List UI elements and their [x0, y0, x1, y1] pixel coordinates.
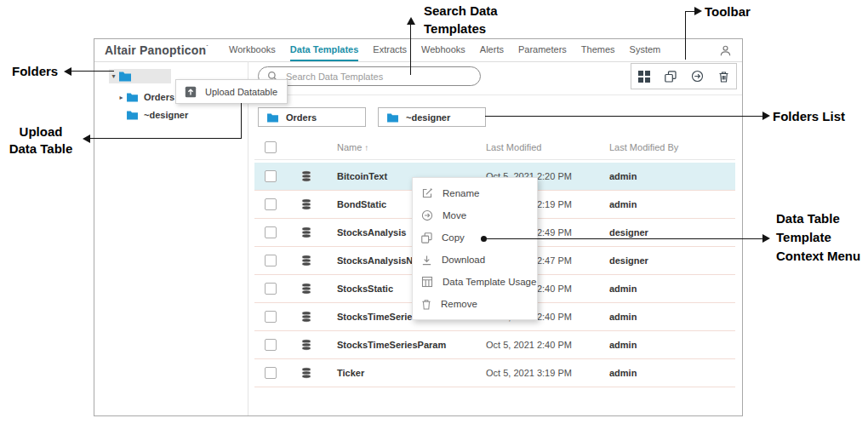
nav-themes[interactable]: Themes [581, 39, 615, 61]
menu-item-download[interactable]: Download [413, 249, 537, 271]
datatable-icon [301, 255, 311, 266]
caret-right-icon[interactable]: ▸ [117, 94, 126, 101]
row-checkbox[interactable] [265, 283, 277, 295]
datatable-icon [301, 227, 311, 238]
move-icon [421, 209, 433, 221]
rename-icon [421, 187, 433, 199]
sidebar-divider [248, 61, 248, 415]
row-checkbox[interactable] [265, 255, 277, 266]
sidebar-folder-root[interactable]: ▾ [109, 69, 171, 83]
table-row-ticker[interactable]: Ticker Oct 5, 2021 3:19 PM admin [254, 359, 735, 387]
folder-name[interactable]: Orders [144, 92, 174, 102]
delete-button[interactable] [718, 71, 729, 83]
row-name[interactable]: StocksAnalysis [337, 227, 406, 238]
upload-icon [185, 86, 197, 98]
trash-icon [718, 71, 729, 83]
datatable-icon [301, 368, 311, 379]
logo-trademark: ` [206, 43, 208, 51]
annotation-line [685, 11, 686, 60]
caret-down-icon[interactable]: ▾ [109, 72, 118, 80]
table-row-stockstimeseriesparam[interactable]: StocksTimeSeriesParam Oct 5, 2021 2:40 P… [254, 331, 735, 359]
upload-datatable-label: Upload Datatable [205, 87, 277, 97]
folder-icon [118, 71, 132, 82]
annotation-search-label: Search Data Templates [424, 2, 498, 37]
annotation-line [90, 138, 241, 139]
copy-icon [421, 232, 432, 244]
annotation-arrow-left-icon [83, 135, 90, 143]
copy-button[interactable] [665, 71, 677, 83]
row-last-modified-by: admin [609, 199, 637, 209]
column-last-modified[interactable]: Last Modified [486, 142, 541, 152]
search-box[interactable] [258, 66, 481, 86]
column-name-label: Name [337, 142, 362, 152]
menu-item-label: Data Template Usage [443, 277, 536, 287]
row-checkbox[interactable] [265, 198, 277, 210]
annotation-line [410, 25, 411, 75]
annotation-search-line1: Search Data [424, 2, 498, 20]
row-checkbox[interactable] [265, 367, 277, 379]
menu-item-copy[interactable]: Copy [413, 226, 537, 249]
menu-item-label: Remove [441, 299, 477, 309]
menu-item-rename[interactable]: Rename [413, 182, 537, 204]
datatable-icon [301, 199, 311, 210]
sidebar-folder-orders[interactable]: ▸ Orders [117, 90, 174, 104]
annotation-upload-line1: Upload [0, 123, 82, 140]
app-header: Altair Panopticon` Workbooks Data Templa… [94, 39, 742, 62]
menu-item-remove[interactable]: Remove [413, 293, 537, 315]
folder-chip-orders[interactable]: Orders [258, 107, 366, 127]
row-checkbox[interactable] [265, 226, 277, 238]
folder-chip-designer[interactable]: ~designer [378, 107, 486, 127]
row-checkbox[interactable] [265, 170, 277, 182]
annotation-toolbar-label: Toolbar [705, 4, 751, 19]
annotation-line [241, 103, 242, 139]
copy-icon [665, 71, 677, 83]
folder-icon [386, 112, 399, 123]
menu-item-move[interactable]: Move [413, 204, 537, 226]
context-menu: Rename Move Copy Download Data Template … [412, 177, 538, 320]
section-divider [248, 95, 742, 95]
row-checkbox[interactable] [265, 311, 277, 323]
annotation-upload-label: Upload Data Table [0, 123, 82, 158]
menu-item-data-template-usage[interactable]: Data Template Usage [413, 271, 537, 293]
table-header: Name↑ Last Modified Last Modified By [254, 135, 735, 160]
column-name[interactable]: Name↑ [337, 142, 368, 152]
nav-parameters[interactable]: Parameters [518, 39, 567, 61]
nav-extracts[interactable]: Extracts [373, 39, 407, 61]
annotation-arrow-right-icon [762, 234, 770, 243]
annotation-context-menu-label: Data Table Template Context Menu [776, 209, 860, 266]
menu-item-label: Move [443, 210, 466, 221]
annotation-arrow-left-icon [64, 67, 71, 76]
move-button[interactable] [691, 70, 704, 83]
row-name[interactable]: StocksStatic [337, 284, 393, 294]
app-window: Altair Panopticon` Workbooks Data Templa… [94, 38, 743, 416]
nav-data-templates[interactable]: Data Templates [290, 39, 359, 61]
move-icon [691, 70, 704, 83]
annotation-line [484, 238, 764, 239]
select-all-checkbox[interactable] [265, 141, 277, 153]
row-last-modified-by: admin [609, 284, 637, 294]
nav-system[interactable]: System [630, 39, 661, 61]
menu-item-label: Rename [443, 188, 479, 198]
row-name[interactable]: StocksTimeSeriesParam [337, 340, 446, 350]
annotation-folders-list-label: Folders List [773, 109, 845, 123]
logo-text: Altair Panopticon [105, 43, 206, 57]
usage-icon [421, 276, 433, 288]
grid-view-button[interactable] [638, 71, 650, 83]
user-icon[interactable] [719, 44, 732, 57]
row-name[interactable]: BitcoinText [337, 171, 387, 181]
nav-workbooks[interactable]: Workbooks [229, 39, 276, 61]
upload-datatable-menu-item[interactable]: Upload Datatable [175, 79, 288, 104]
row-name[interactable]: StocksTimeSeries [337, 312, 418, 322]
annotation-context-menu-line1: Data Table [776, 209, 860, 228]
toolbar [631, 63, 737, 89]
sidebar-folder-designer[interactable]: ~designer [117, 108, 188, 122]
row-name[interactable]: BondStatic [337, 199, 386, 209]
search-input[interactable] [284, 71, 480, 83]
folder-name[interactable]: ~designer [144, 110, 188, 120]
row-name[interactable]: Ticker [337, 368, 364, 378]
nav-webhooks[interactable]: Webhooks [421, 39, 465, 61]
row-checkbox[interactable] [265, 339, 277, 351]
nav-alerts[interactable]: Alerts [480, 39, 504, 61]
column-last-modified-by[interactable]: Last Modified By [609, 142, 678, 152]
menu-item-label: Copy [442, 232, 465, 243]
